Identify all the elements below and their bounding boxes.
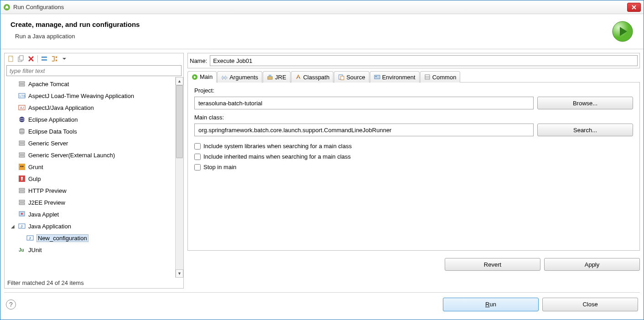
browse-button[interactable]: Browse... (537, 97, 633, 109)
svg-point-23 (21, 166, 22, 167)
server-icon (18, 80, 26, 88)
header-heading: Create, manage, and run configurations (10, 21, 612, 28)
scroll-thumb[interactable] (176, 85, 183, 158)
tree-item[interactable]: Generic Server (5, 137, 175, 149)
tree-item-label: Java Application (28, 223, 71, 230)
svg-rect-18 (19, 141, 25, 143)
include-syslib-checkbox[interactable] (194, 143, 201, 150)
search-button[interactable]: Search... (537, 124, 633, 136)
tab-source[interactable]: Source (334, 71, 369, 83)
tree-item[interactable]: AJAspectJ/Java Application (5, 102, 175, 114)
scroll-up-button[interactable]: ▲ (176, 77, 183, 85)
include-inherited-label: Include inherited mains when searching f… (203, 153, 351, 160)
name-row: Name: (187, 53, 640, 68)
tree-item[interactable]: ◢JJava Application (5, 220, 175, 232)
tab-arguments[interactable]: (x)=Arguments (217, 71, 262, 83)
duplicate-config-button[interactable] (16, 54, 26, 63)
tree-item[interactable]: HTTP Preview (5, 185, 175, 196)
tab-common[interactable]: Common (420, 71, 461, 83)
tree-item[interactable]: Generic Server(External Launch) (5, 149, 175, 161)
tree-item[interactable]: LTWAspectJ Load-Time Weaving Application (5, 90, 175, 102)
project-input[interactable] (194, 97, 534, 109)
server-icon (18, 199, 26, 206)
scroll-down-button[interactable]: ▼ (176, 269, 183, 278)
panel-buttons: Revert Apply (187, 253, 640, 271)
gulp-icon (18, 175, 26, 182)
svg-text:LTW: LTW (20, 94, 26, 98)
filter-input[interactable] (6, 65, 182, 76)
tree-item-label: Generic Server(External Launch) (28, 152, 115, 159)
filter-button[interactable] (50, 54, 59, 63)
include-syslib-label: Include system libraries when searching … (203, 143, 352, 150)
delete-config-button[interactable] (26, 54, 36, 63)
stop-in-main-label: Stop in main (203, 164, 236, 170)
tab-icon (424, 74, 431, 80)
run-badge-icon (612, 21, 634, 42)
svg-rect-47 (425, 75, 430, 79)
tree-item[interactable]: Gulp (5, 173, 175, 185)
tab-environment[interactable]: Environment (370, 71, 420, 83)
config-tree[interactable]: Apache TomcatLTWAspectJ Load-Time Weavin… (5, 77, 175, 278)
tree-item[interactable]: J2EE Preview (5, 196, 175, 208)
stop-in-main-checkbox[interactable] (194, 164, 201, 170)
tree-item[interactable]: JNew_configuration (5, 232, 175, 244)
window-title: Run Configurations (13, 4, 627, 10)
tree-item[interactable]: JuJUnit (5, 244, 175, 256)
tab-icon: (x)= (221, 74, 228, 80)
tree-item[interactable]: Apache Tomcat (5, 78, 175, 90)
svg-rect-39 (268, 77, 272, 79)
name-input[interactable] (210, 55, 638, 66)
tab-classpath[interactable]: Classpath (291, 71, 334, 83)
include-inherited-checkbox[interactable] (194, 154, 201, 160)
project-label: Project: (194, 87, 633, 94)
svg-rect-40 (269, 75, 271, 77)
new-config-button[interactable] (6, 54, 16, 63)
java-icon: J (18, 222, 26, 230)
tree-item[interactable]: Eclipse Application (5, 114, 175, 125)
tree-item[interactable]: Grunt (5, 161, 175, 173)
close-icon (631, 5, 637, 10)
tree-item-label: Eclipse Data Tools (28, 128, 77, 135)
ltw-icon: LTW (18, 92, 26, 99)
svg-rect-22 (19, 164, 25, 170)
details-pane: Name: Main(x)=ArgumentsJREClasspathSourc… (187, 53, 640, 289)
collapse-all-button[interactable] (40, 54, 49, 63)
help-button[interactable]: ? (6, 299, 16, 310)
svg-rect-4 (20, 56, 23, 60)
server-icon (18, 151, 26, 159)
junit-icon: Ju (18, 246, 26, 253)
revert-button[interactable]: Revert (445, 258, 540, 271)
tree-item-label: AspectJ Load-Time Weaving Application (28, 93, 134, 99)
apply-button[interactable]: Apply (544, 258, 640, 271)
svg-rect-46 (375, 76, 377, 77)
run-configurations-window: Run Configurations Create, manage, and r… (0, 0, 644, 320)
tab-label: Classpath (303, 74, 330, 81)
tab-jre[interactable]: JRE (263, 71, 291, 83)
tab-icon (295, 74, 301, 80)
tab-label: Source (346, 74, 365, 81)
java-icon: J (26, 234, 34, 242)
expander-icon[interactable]: ◢ (11, 224, 16, 229)
run-button[interactable]: RRunun (443, 298, 539, 311)
tree-item[interactable]: Eclipse Data Tools (5, 125, 175, 137)
svg-text:J: J (21, 224, 22, 228)
svg-text:J: J (29, 236, 31, 240)
applet-icon (18, 211, 26, 218)
main-tab-content: Project: Browse... Main class: Search... (187, 82, 640, 251)
svg-rect-6 (42, 59, 47, 61)
dropdown-arrow-button[interactable] (60, 54, 69, 63)
mainclass-input[interactable] (194, 124, 534, 136)
tree-item[interactable]: Java Applet (5, 208, 175, 220)
mainclass-label: Main class: (194, 114, 633, 121)
tree-item-label: AspectJ/Java Application (28, 104, 94, 111)
close-window-button[interactable] (627, 3, 641, 12)
tree-item-label: Eclipse Application (28, 116, 78, 123)
tab-main[interactable]: Main (187, 71, 217, 83)
svg-rect-28 (19, 200, 25, 202)
svg-rect-27 (19, 191, 25, 193)
tree-item-label: Java Applet (28, 211, 59, 218)
close-button[interactable]: Close (542, 298, 638, 311)
tree-scrollbar[interactable]: ▲ ▼ (175, 77, 183, 278)
tab-icon (192, 74, 198, 80)
svg-text:Ju: Ju (19, 248, 24, 253)
